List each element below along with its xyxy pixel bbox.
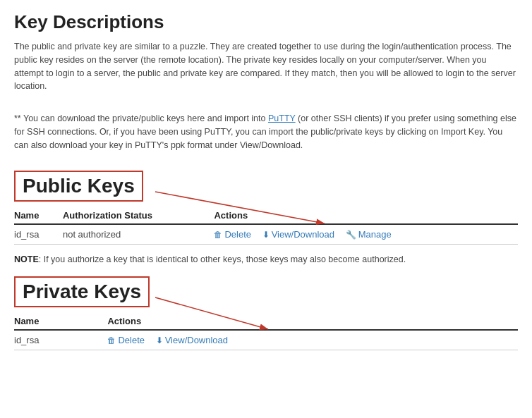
trash-icon-private	[107, 335, 118, 345]
private-keys-heading: Private Keys	[23, 281, 141, 303]
putty-link[interactable]: PuTTY	[268, 113, 296, 123]
public-keys-table: Name Authorization Status Actions id_rsa…	[14, 207, 518, 245]
description-para-1: The public and private key are similar t…	[14, 40, 518, 93]
private-key-view-download-button[interactable]: View/Download	[156, 335, 228, 345]
description-para-2: ** You can download the private/public k…	[14, 112, 518, 152]
private-keys-header-box: Private Keys	[14, 276, 150, 307]
col-name-private: Name	[14, 313, 107, 330]
download-icon-private	[156, 335, 165, 345]
page-title: Key Descriptions	[14, 11, 518, 33]
download-icon	[262, 229, 272, 240]
public-key-auth-status: not authorized	[63, 224, 214, 245]
private-key-actions: Delete View/Download	[107, 330, 518, 350]
public-keys-section: Public Keys Name Authorization Status Ac…	[14, 171, 518, 245]
public-key-view-download-button[interactable]: View/Download	[262, 229, 337, 240]
public-key-name: id_rsa	[14, 224, 63, 245]
trash-icon	[214, 229, 224, 240]
col-auth-status: Authorization Status	[63, 207, 214, 224]
table-row: id_rsa Delete View/Download	[14, 330, 518, 350]
wrench-icon	[346, 229, 358, 240]
public-key-delete-button[interactable]: Delete	[214, 229, 253, 240]
col-actions-private: Actions	[107, 313, 518, 330]
public-keys-table-header-row: Name Authorization Status Actions	[14, 207, 518, 224]
public-key-actions: Delete View/Download Manage	[214, 224, 518, 245]
private-keys-table-header-row: Name Actions	[14, 313, 518, 330]
private-keys-table: Name Actions id_rsa Delete View/Download	[14, 313, 518, 350]
private-keys-section: Private Keys Name Actions id_rsa Delete	[14, 276, 518, 350]
note-label: NOTE	[14, 254, 39, 264]
public-keys-header-box: Public Keys	[14, 171, 143, 202]
public-key-manage-button[interactable]: Manage	[346, 229, 392, 240]
public-keys-heading: Public Keys	[23, 175, 135, 197]
table-row: id_rsa not authorized Delete View/Downlo…	[14, 224, 518, 245]
note-content: : If you authorize a key that is identic…	[39, 254, 406, 264]
col-actions: Actions	[214, 207, 518, 224]
desc2-prefix: ** You can download the private/public k…	[14, 113, 268, 123]
col-name: Name	[14, 207, 63, 224]
note-text: NOTE: If you authorize a key that is ide…	[14, 253, 518, 266]
private-key-delete-button[interactable]: Delete	[107, 335, 147, 345]
private-key-name: id_rsa	[14, 330, 107, 350]
